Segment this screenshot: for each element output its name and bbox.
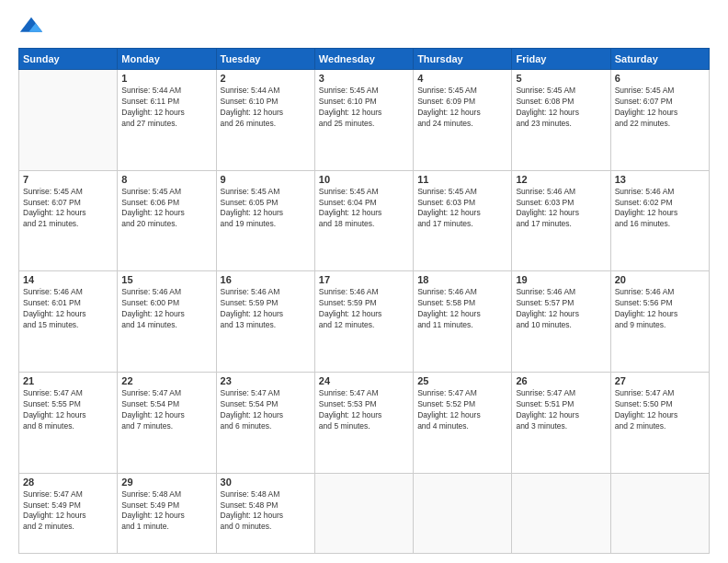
day-info: Sunrise: 5:47 AM Sunset: 5:54 PM Dayligh… [121,388,211,432]
day-number: 18 [417,274,507,285]
day-number: 17 [319,274,409,285]
calendar-cell: 16Sunrise: 5:46 AM Sunset: 5:59 PM Dayli… [216,271,314,373]
day-number: 24 [319,375,409,386]
calendar-week-row: 28Sunrise: 5:47 AM Sunset: 5:49 PM Dayli… [19,473,710,553]
calendar-cell: 11Sunrise: 5:45 AM Sunset: 6:03 PM Dayli… [414,170,512,271]
day-number: 1 [121,73,211,84]
day-info: Sunrise: 5:45 AM Sunset: 6:06 PM Dayligh… [121,187,211,231]
day-number: 26 [516,375,606,386]
calendar-week-row: 7Sunrise: 5:45 AM Sunset: 6:07 PM Daylig… [19,170,710,271]
day-info: Sunrise: 5:48 AM Sunset: 5:49 PM Dayligh… [121,489,211,534]
day-info: Sunrise: 5:45 AM Sunset: 6:07 PM Dayligh… [23,187,113,231]
calendar-cell: 10Sunrise: 5:45 AM Sunset: 6:04 PM Dayli… [314,170,413,271]
calendar-cell [19,70,118,171]
calendar-day-header: Thursday [414,49,512,70]
calendar-day-header: Sunday [19,49,118,70]
day-info: Sunrise: 5:47 AM Sunset: 5:52 PM Dayligh… [417,388,507,432]
calendar-cell: 27Sunrise: 5:47 AM Sunset: 5:50 PM Dayli… [610,373,709,474]
calendar-cell: 22Sunrise: 5:47 AM Sunset: 5:54 PM Dayli… [118,373,216,474]
calendar-cell: 6Sunrise: 5:45 AM Sunset: 6:07 PM Daylig… [610,70,709,171]
day-number: 29 [121,477,211,488]
day-info: Sunrise: 5:46 AM Sunset: 5:58 PM Dayligh… [417,287,507,331]
calendar-cell: 28Sunrise: 5:47 AM Sunset: 5:49 PM Dayli… [19,473,118,553]
day-number: 2 [221,73,311,84]
calendar-cell: 12Sunrise: 5:46 AM Sunset: 6:03 PM Dayli… [512,170,610,271]
calendar-cell: 8Sunrise: 5:45 AM Sunset: 6:06 PM Daylig… [118,170,216,271]
day-number: 9 [221,174,311,185]
day-info: Sunrise: 5:47 AM Sunset: 5:55 PM Dayligh… [23,388,113,432]
day-info: Sunrise: 5:47 AM Sunset: 5:54 PM Dayligh… [221,388,311,432]
day-number: 19 [516,274,606,285]
day-number: 5 [516,73,606,84]
day-info: Sunrise: 5:44 AM Sunset: 6:11 PM Dayligh… [121,86,211,130]
day-number: 12 [516,174,606,185]
day-number: 30 [221,477,311,488]
calendar-cell: 23Sunrise: 5:47 AM Sunset: 5:54 PM Dayli… [216,373,314,474]
day-number: 7 [23,174,113,185]
header [18,15,710,40]
calendar-cell: 25Sunrise: 5:47 AM Sunset: 5:52 PM Dayli… [414,373,512,474]
calendar-cell: 30Sunrise: 5:48 AM Sunset: 5:48 PM Dayli… [216,473,314,553]
day-info: Sunrise: 5:46 AM Sunset: 6:03 PM Dayligh… [516,187,606,231]
calendar-cell: 5Sunrise: 5:45 AM Sunset: 6:08 PM Daylig… [512,70,610,171]
calendar-cell [512,473,610,553]
day-number: 10 [319,174,409,185]
day-number: 15 [121,274,211,285]
calendar-cell: 19Sunrise: 5:46 AM Sunset: 5:57 PM Dayli… [512,271,610,373]
calendar-day-header: Wednesday [314,49,413,70]
day-info: Sunrise: 5:45 AM Sunset: 6:05 PM Dayligh… [221,187,311,231]
day-info: Sunrise: 5:46 AM Sunset: 5:56 PM Dayligh… [615,287,705,331]
calendar-cell: 17Sunrise: 5:46 AM Sunset: 5:59 PM Dayli… [314,271,413,373]
day-number: 23 [221,375,311,386]
day-info: Sunrise: 5:46 AM Sunset: 6:01 PM Dayligh… [23,287,113,331]
day-info: Sunrise: 5:47 AM Sunset: 5:49 PM Dayligh… [23,489,113,534]
day-number: 14 [23,274,113,285]
calendar-cell: 14Sunrise: 5:46 AM Sunset: 6:01 PM Dayli… [19,271,118,373]
day-info: Sunrise: 5:46 AM Sunset: 5:59 PM Dayligh… [319,287,409,331]
day-info: Sunrise: 5:46 AM Sunset: 5:59 PM Dayligh… [221,287,311,331]
calendar-cell: 21Sunrise: 5:47 AM Sunset: 5:55 PM Dayli… [19,373,118,474]
calendar-day-header: Saturday [610,49,709,70]
calendar-cell [414,473,512,553]
calendar-cell: 13Sunrise: 5:46 AM Sunset: 6:02 PM Dayli… [610,170,709,271]
calendar-cell: 24Sunrise: 5:47 AM Sunset: 5:53 PM Dayli… [314,373,413,474]
calendar-cell: 1Sunrise: 5:44 AM Sunset: 6:11 PM Daylig… [118,70,216,171]
calendar-week-row: 14Sunrise: 5:46 AM Sunset: 6:01 PM Dayli… [19,271,710,373]
calendar-cell: 26Sunrise: 5:47 AM Sunset: 5:51 PM Dayli… [512,373,610,474]
calendar-week-row: 21Sunrise: 5:47 AM Sunset: 5:55 PM Dayli… [19,373,710,474]
calendar-cell: 3Sunrise: 5:45 AM Sunset: 6:10 PM Daylig… [314,70,413,171]
day-info: Sunrise: 5:47 AM Sunset: 5:51 PM Dayligh… [516,388,606,432]
calendar-cell: 29Sunrise: 5:48 AM Sunset: 5:49 PM Dayli… [118,473,216,553]
page: SundayMondayTuesdayWednesdayThursdayFrid… [0,0,728,563]
day-number: 8 [121,174,211,185]
day-info: Sunrise: 5:45 AM Sunset: 6:03 PM Dayligh… [417,187,507,231]
day-info: Sunrise: 5:44 AM Sunset: 6:10 PM Dayligh… [221,86,311,130]
day-info: Sunrise: 5:45 AM Sunset: 6:04 PM Dayligh… [319,187,409,231]
day-info: Sunrise: 5:46 AM Sunset: 6:02 PM Dayligh… [615,187,705,231]
calendar-day-header: Tuesday [216,49,314,70]
day-info: Sunrise: 5:45 AM Sunset: 6:09 PM Dayligh… [417,86,507,130]
calendar-day-header: Monday [118,49,216,70]
calendar-week-row: 1Sunrise: 5:44 AM Sunset: 6:11 PM Daylig… [19,70,710,171]
day-info: Sunrise: 5:45 AM Sunset: 6:10 PM Dayligh… [319,86,409,130]
calendar-cell [314,473,413,553]
day-info: Sunrise: 5:46 AM Sunset: 6:00 PM Dayligh… [121,287,211,331]
day-info: Sunrise: 5:45 AM Sunset: 6:07 PM Dayligh… [615,86,705,130]
day-number: 25 [417,375,507,386]
day-number: 16 [221,274,311,285]
calendar-cell: 15Sunrise: 5:46 AM Sunset: 6:00 PM Dayli… [118,271,216,373]
day-info: Sunrise: 5:47 AM Sunset: 5:50 PM Dayligh… [615,388,705,432]
calendar-cell: 7Sunrise: 5:45 AM Sunset: 6:07 PM Daylig… [19,170,118,271]
day-number: 3 [319,73,409,84]
calendar-cell: 2Sunrise: 5:44 AM Sunset: 6:10 PM Daylig… [216,70,314,171]
calendar-day-header: Friday [512,49,610,70]
day-number: 21 [23,375,113,386]
logo [18,15,48,40]
calendar-cell: 9Sunrise: 5:45 AM Sunset: 6:05 PM Daylig… [216,170,314,271]
calendar-cell: 4Sunrise: 5:45 AM Sunset: 6:09 PM Daylig… [414,70,512,171]
day-number: 6 [615,73,705,84]
day-number: 11 [417,174,507,185]
day-number: 28 [23,477,113,488]
day-info: Sunrise: 5:47 AM Sunset: 5:53 PM Dayligh… [319,388,409,432]
calendar-cell: 20Sunrise: 5:46 AM Sunset: 5:56 PM Dayli… [610,271,709,373]
